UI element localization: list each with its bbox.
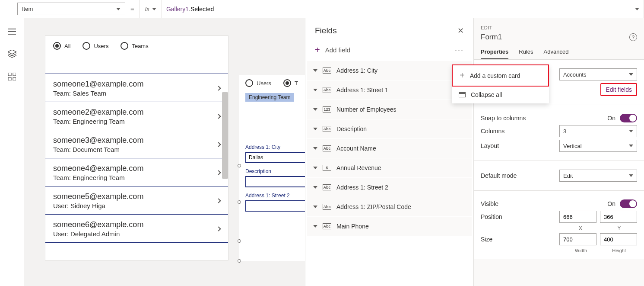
list-item[interactable]: someone5@example.comUser: Sidney Higa <box>45 186 228 215</box>
formula-global: Gallery1 <box>166 6 189 13</box>
fx-button[interactable]: fx <box>140 0 162 18</box>
close-icon[interactable]: ✕ <box>457 26 464 35</box>
snap-toggle[interactable] <box>620 114 637 122</box>
properties-panel: EDIT Form1 ? Properties Rules Advanced D… <box>473 18 644 286</box>
radio-teams[interactable]: T <box>283 79 298 87</box>
tab-rules[interactable]: Rules <box>519 46 533 59</box>
scrollbar[interactable] <box>222 92 228 179</box>
field-item[interactable]: AbcAddress 1: ZIP/Postal Code <box>307 197 472 217</box>
apps-icon[interactable] <box>8 73 16 82</box>
description-input[interactable] <box>245 176 305 187</box>
field-label: Address 1: ZIP/Postal Code <box>336 203 411 210</box>
position-y-input[interactable] <box>600 211 637 223</box>
chevron-down-icon <box>635 8 639 10</box>
formula-input[interactable]: Gallery1.Selected <box>162 0 644 18</box>
resize-handle[interactable] <box>238 200 241 204</box>
gallery1[interactable]: All Users Teams someone1@example.comTeam… <box>45 35 228 260</box>
list-item[interactable]: someone4@example.comTeam: Engineering Te… <box>45 158 228 186</box>
resize-handle[interactable] <box>238 259 241 263</box>
type-icon: Abc <box>323 145 331 151</box>
list-email: someone3@example.com <box>53 136 143 145</box>
layers-icon[interactable] <box>8 50 16 59</box>
filter-radio-row: Users T <box>239 75 305 91</box>
add-custom-card-item[interactable]: + Add a custom card <box>452 64 549 87</box>
radio-icon <box>245 79 253 87</box>
size-height-input[interactable] <box>600 233 637 245</box>
visible-toggle[interactable] <box>620 199 637 208</box>
select-value: Edit <box>563 173 573 179</box>
radio-label: Teams <box>132 43 148 49</box>
more-icon[interactable]: ··· <box>455 45 464 55</box>
list-sub: User: Sidney Higa <box>53 202 143 209</box>
select-value: Vertical <box>563 143 582 149</box>
chevron-down-icon <box>313 69 317 72</box>
add-field-button[interactable]: + Add field <box>315 45 350 55</box>
list-item[interactable]: someone2@example.comTeam: Engineering Te… <box>45 102 228 130</box>
resize-handle[interactable] <box>238 164 241 167</box>
toggle-state: On <box>607 115 615 122</box>
list-email: someone4@example.com <box>53 164 143 173</box>
radio-label: Users <box>94 43 108 49</box>
field-item[interactable]: AbcMain Phone <box>307 217 472 236</box>
list-item[interactable]: someone6@example.comUser: Delegated Admi… <box>45 214 228 243</box>
property-selector[interactable]: Item <box>17 3 125 15</box>
field-label: Address 1: Street 2 <box>245 193 305 199</box>
field-item[interactable]: 123Number of Employees <box>307 100 472 119</box>
prop-label: Columns <box>481 128 504 135</box>
type-icon: Abc <box>323 184 331 190</box>
field-label: Annual Revenue <box>336 164 381 171</box>
street2-input[interactable] <box>245 200 305 212</box>
help-icon[interactable]: ? <box>629 33 637 41</box>
form-preview[interactable]: Users T Engineering Team Address 1: City… <box>239 75 305 261</box>
list-email: someone5@example.com <box>53 192 143 201</box>
list-email: someone6@example.com <box>53 220 143 229</box>
chevron-right-icon <box>216 198 221 203</box>
type-icon: Abc <box>323 204 331 210</box>
sublabel: Width <box>575 248 587 253</box>
field-item[interactable]: AbcAccount Name <box>307 139 472 158</box>
property-name: Item <box>22 6 33 12</box>
radio-label: Users <box>257 80 271 87</box>
radio-label: T <box>295 80 298 87</box>
type-icon: $ <box>323 165 331 171</box>
radio-label: All <box>64 43 70 49</box>
city-input[interactable] <box>245 152 305 163</box>
select-value: 3 <box>563 128 566 135</box>
prop-label: Snap to columns <box>481 115 526 122</box>
list-item[interactable]: someone1@example.comTeam: Sales Team <box>45 74 228 102</box>
selected-tag[interactable]: Engineering Team <box>245 93 294 102</box>
field-item[interactable]: AbcDescription <box>307 119 472 139</box>
collapse-all-item[interactable]: Collapse all <box>452 86 549 103</box>
chevron-down-icon <box>313 89 317 91</box>
field-item[interactable]: $Annual Revenue <box>307 158 472 178</box>
field-item[interactable]: AbcAddress 1: City <box>307 61 472 80</box>
menu-icon[interactable] <box>8 29 16 36</box>
radio-teams[interactable]: Teams <box>121 42 148 50</box>
tab-advanced[interactable]: Advanced <box>544 46 569 59</box>
field-item[interactable]: AbcAddress 1: Street 2 <box>307 178 472 197</box>
plus-icon: + <box>315 45 320 55</box>
radio-users[interactable]: Users <box>245 79 271 87</box>
edit-fields-link[interactable]: Edit fields <box>600 83 637 96</box>
field-label: Address 1: Street 1 <box>336 87 388 93</box>
default-mode-select[interactable]: Edit <box>559 170 637 182</box>
size-width-input[interactable] <box>559 233 596 245</box>
canvas[interactable]: All Users Teams someone1@example.comTeam… <box>24 18 305 286</box>
sublabel: X <box>579 225 582 231</box>
field-label: Number of Employees <box>336 106 397 113</box>
tab-properties[interactable]: Properties <box>481 46 508 59</box>
position-x-input[interactable] <box>559 211 596 223</box>
prop-label: Visible <box>481 200 498 207</box>
radio-users[interactable]: Users <box>82 42 108 50</box>
field-label: Account Name <box>336 145 376 152</box>
type-icon: Abc <box>323 67 331 74</box>
svg-rect-1 <box>13 73 16 76</box>
field-label: Address 1: Street 2 <box>336 184 388 191</box>
data-source-select[interactable]: Accounts <box>559 68 637 80</box>
radio-all[interactable]: All <box>53 42 70 50</box>
field-item[interactable]: AbcAddress 1: Street 1 <box>307 80 472 100</box>
list-item[interactable]: someone3@example.comTeam: Document Team <box>45 130 228 158</box>
resize-handle[interactable] <box>238 239 241 243</box>
layout-select[interactable]: Vertical <box>559 140 637 152</box>
columns-select[interactable]: 3 <box>559 125 637 137</box>
